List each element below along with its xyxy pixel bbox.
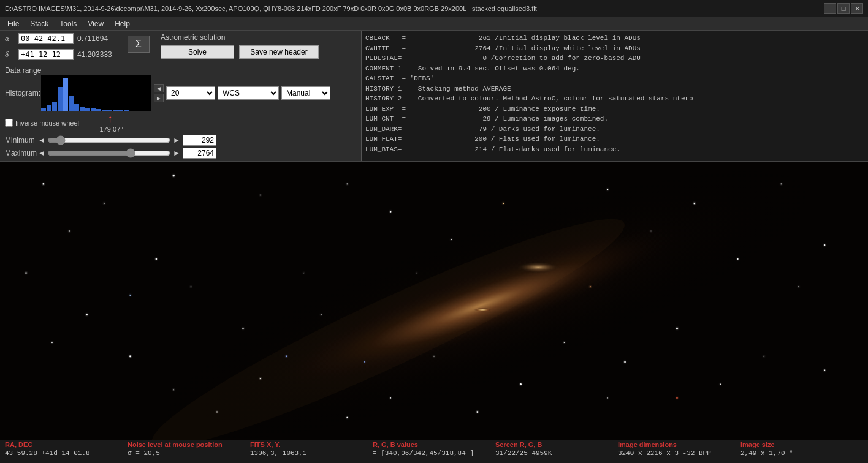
svg-rect-19 <box>146 111 151 111</box>
svg-point-30 <box>156 258 157 260</box>
svg-point-33 <box>191 287 192 288</box>
svg-rect-17 <box>135 111 140 111</box>
svg-point-38 <box>433 356 435 357</box>
histogram-next[interactable]: ► <box>154 94 164 102</box>
image-size-label: Image size <box>740 441 775 448</box>
window-controls: − □ ✕ <box>824 3 863 14</box>
mode-select[interactable]: ManualAutoSigma <box>281 86 330 100</box>
svg-point-53 <box>607 397 608 398</box>
alpha-label: α <box>5 34 15 43</box>
svg-rect-2 <box>52 102 57 111</box>
minimum-value[interactable] <box>183 135 216 146</box>
svg-rect-8 <box>85 108 90 111</box>
svg-point-52 <box>477 411 479 413</box>
histogram-prev[interactable]: ◄ <box>154 84 164 92</box>
minimum-left-arrow[interactable]: ◄ <box>38 136 45 145</box>
mouse-info: ↑ -179,07° <box>97 113 123 133</box>
menu-file[interactable]: File <box>2 18 24 29</box>
maximum-right-arrow[interactable]: ► <box>173 149 180 157</box>
svg-rect-13 <box>113 110 118 111</box>
alpha-decimal: 0.711694 <box>77 34 120 43</box>
top-controls: α 0.711694 δ 41.203333 Σ Astrometric sol… <box>0 31 868 162</box>
left-controls-panel: α 0.711694 δ 41.203333 Σ Astrometric sol… <box>0 31 362 161</box>
screen-rgb-label: Screen R, G, B <box>495 441 542 448</box>
svg-point-48 <box>520 383 521 385</box>
maximum-slider[interactable] <box>48 148 170 158</box>
ra-dec-value-section: 43 59.28 +41d 14 01.8 <box>5 450 128 457</box>
mouse-angle: -179,07° <box>97 126 123 133</box>
close-button[interactable]: ✕ <box>851 3 863 14</box>
minimum-right-arrow[interactable]: ► <box>173 136 180 145</box>
image-dim-value: 3240 x 2216 x 3 -32 BPP <box>618 450 711 457</box>
svg-point-31 <box>347 183 348 184</box>
svg-point-36 <box>242 328 243 329</box>
svg-point-45 <box>676 328 678 329</box>
svg-point-56 <box>25 272 26 273</box>
minimize-button[interactable]: − <box>824 3 836 14</box>
svg-point-42 <box>781 183 782 184</box>
delta-decimal: 41.203333 <box>77 50 120 59</box>
histogram-label: Histogram: <box>5 89 39 97</box>
svg-point-34 <box>86 314 88 315</box>
data-range-section: Data range Histogram: <box>5 66 356 159</box>
alpha-input[interactable] <box>18 33 74 44</box>
alpha-row: α 0.711694 <box>5 33 120 44</box>
svg-rect-16 <box>129 111 134 111</box>
minimum-label: Minimum <box>5 136 36 145</box>
inverse-mouse-wheel-checkbox[interactable] <box>5 119 13 127</box>
svg-rect-1 <box>47 105 51 111</box>
svg-point-54 <box>346 417 348 418</box>
maximum-left-arrow[interactable]: ◄ <box>38 149 45 157</box>
svg-point-58 <box>824 244 825 246</box>
rgb-label: R, G, B values <box>373 441 418 448</box>
save-header-button[interactable]: Save new header <box>239 45 319 59</box>
minimum-row: Minimum ◄ ► <box>5 135 356 146</box>
delta-input[interactable] <box>18 49 74 60</box>
screen-rgb-value: 31/22/25 4959K <box>495 450 552 457</box>
inverse-mouse-wheel-row: Inverse mouse wheel <box>5 119 79 127</box>
svg-point-26 <box>104 203 105 204</box>
svg-rect-7 <box>80 107 85 111</box>
direction-arrow: ↑ <box>107 113 113 126</box>
svg-rect-3 <box>58 87 63 111</box>
maximum-value[interactable] <box>183 148 216 159</box>
histogram-nav: ◄ ► <box>154 84 164 102</box>
svg-rect-14 <box>118 110 123 111</box>
svg-point-59 <box>451 239 452 240</box>
display-number-select[interactable]: 20 <box>166 86 215 100</box>
delta-row: δ 41.203333 <box>5 49 120 60</box>
svg-point-68 <box>676 397 677 399</box>
svg-rect-18 <box>140 111 145 111</box>
svg-point-44 <box>798 287 799 288</box>
delta-label: δ <box>5 50 15 59</box>
svg-point-57 <box>51 342 53 343</box>
astrometric-section: Astrometric solution Solve Save new head… <box>161 33 319 59</box>
svg-point-55 <box>564 342 565 343</box>
maximum-label: Maximum <box>5 149 36 157</box>
svg-point-66 <box>590 286 591 287</box>
menu-tools[interactable]: Tools <box>55 18 82 29</box>
svg-point-35 <box>303 273 304 273</box>
svg-point-28 <box>173 175 175 176</box>
rgb-label-section: R, G, B values <box>373 441 495 448</box>
svg-point-32 <box>390 211 391 213</box>
maximize-button[interactable]: □ <box>837 3 850 14</box>
sigma-button[interactable]: Σ <box>128 36 150 53</box>
svg-point-51 <box>173 389 174 390</box>
fits-xy-value-section: 1306,3, 1063,1 <box>250 450 373 457</box>
menu-stack[interactable]: Stack <box>25 18 53 29</box>
window-title: D:\ASTRO IMAGES\M31, 2014-9-26\decompr\M… <box>5 5 537 12</box>
svg-rect-0 <box>41 108 46 111</box>
astro-image-display <box>0 162 868 440</box>
svg-point-61 <box>321 314 321 315</box>
image-dim-label: Image dimensions <box>618 441 677 448</box>
image-size-value: 2,49 x 1,70 ° <box>740 450 793 457</box>
menu-view[interactable]: View <box>83 18 108 29</box>
wcs-select[interactable]: WCSJ2000B1950Galactic <box>218 86 279 100</box>
screen-rgb-value-section: 31/22/25 4959K <box>495 450 618 457</box>
solve-button[interactable]: Solve <box>161 45 234 59</box>
minimum-slider[interactable] <box>48 135 170 145</box>
image-size-label-section: Image size <box>740 441 863 448</box>
svg-rect-12 <box>107 110 112 111</box>
menu-help[interactable]: Help <box>110 18 135 29</box>
